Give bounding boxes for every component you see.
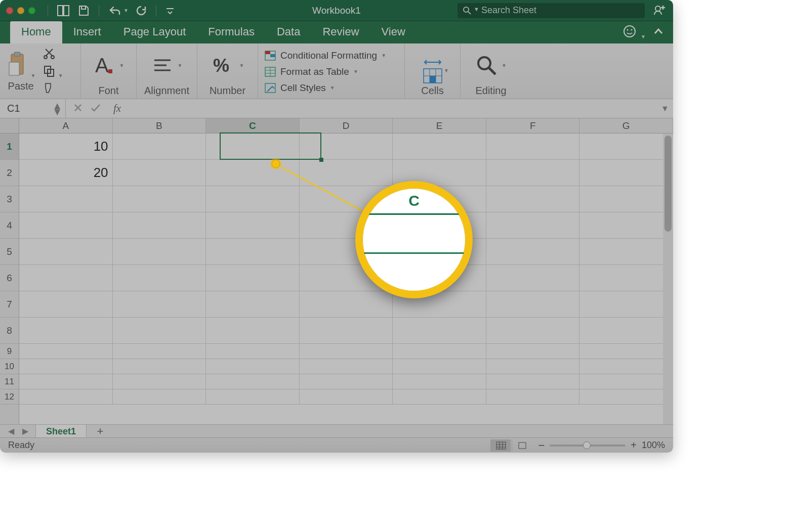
cell-G3[interactable] <box>579 186 673 212</box>
column-header-a[interactable]: A <box>19 118 113 133</box>
cell-G8[interactable] <box>579 318 673 344</box>
cell-A7[interactable] <box>19 291 113 318</box>
column-header-c[interactable]: C <box>206 118 300 133</box>
cell-B3[interactable] <box>113 186 206 212</box>
cell-F12[interactable] <box>486 389 580 405</box>
cell-C8[interactable] <box>206 318 300 344</box>
cell-G4[interactable] <box>579 212 673 239</box>
cell-F4[interactable] <box>486 212 580 239</box>
cell-F3[interactable] <box>486 186 580 212</box>
fx-label[interactable]: fx <box>108 102 126 115</box>
cell-A4[interactable] <box>19 212 113 239</box>
format-painter-icon[interactable] <box>43 81 63 97</box>
scrollbar-thumb[interactable] <box>664 136 672 232</box>
cell-B10[interactable] <box>113 359 206 374</box>
cell-E11[interactable] <box>393 374 486 389</box>
zoom-in-button[interactable]: + <box>631 439 637 451</box>
customize-qat-icon[interactable] <box>165 7 175 14</box>
minimize-icon[interactable] <box>17 7 24 14</box>
cell-B6[interactable] <box>113 265 206 291</box>
cell-grid[interactable]: 1020 <box>19 134 673 424</box>
row-header-9[interactable]: 9 <box>0 344 19 359</box>
page-layout-view-icon[interactable] <box>512 439 532 452</box>
cell-C5[interactable] <box>206 239 300 265</box>
zoom-out-button[interactable]: − <box>538 439 545 452</box>
column-header-g[interactable]: G <box>579 118 673 133</box>
cell-E8[interactable] <box>393 318 486 344</box>
cell-D12[interactable] <box>300 389 393 405</box>
tab-view[interactable]: View <box>370 21 417 43</box>
row-header-2[interactable]: 2 <box>0 160 19 186</box>
tab-home[interactable]: Home <box>10 21 62 43</box>
save-icon[interactable] <box>77 5 90 17</box>
tab-page-layout[interactable]: Page Layout <box>112 21 197 43</box>
prev-sheet-icon[interactable]: ◀ <box>4 426 18 436</box>
search-sheet-input[interactable]: ▼ Search Sheet <box>458 3 645 18</box>
font-group-label[interactable]: Font <box>87 84 130 97</box>
cell-A5[interactable] <box>19 239 113 265</box>
next-sheet-icon[interactable]: ▶ <box>18 426 32 436</box>
add-sheet-button[interactable]: + <box>92 425 109 438</box>
cell-C11[interactable] <box>206 374 300 389</box>
cell-D10[interactable] <box>300 359 393 374</box>
row-header-10[interactable]: 10 <box>0 359 19 374</box>
format-as-table-button[interactable]: Format as Table ▼ <box>264 64 398 80</box>
cell-D7[interactable] <box>300 291 393 318</box>
cell-F9[interactable] <box>486 344 580 359</box>
zoom-slider-thumb[interactable] <box>583 441 591 449</box>
column-headers[interactable]: ABCDEFG <box>19 118 673 134</box>
cell-F8[interactable] <box>486 318 580 344</box>
cell-C3[interactable] <box>206 186 300 212</box>
close-icon[interactable] <box>6 7 13 14</box>
cell-C9[interactable] <box>206 344 300 359</box>
cell-F10[interactable] <box>486 359 580 374</box>
cell-B1[interactable] <box>113 134 206 160</box>
cell-B8[interactable] <box>113 318 206 344</box>
cell-E9[interactable] <box>393 344 486 359</box>
column-header-d[interactable]: D <box>300 118 393 133</box>
select-all-corner[interactable] <box>0 118 19 134</box>
cell-C4[interactable] <box>206 212 300 239</box>
undo-icon[interactable]: ▼ <box>108 5 129 16</box>
cell-C12[interactable] <box>206 389 300 405</box>
cell-B9[interactable] <box>113 344 206 359</box>
name-box-down-icon[interactable]: ▼ <box>52 109 62 115</box>
cell-A9[interactable] <box>19 344 113 359</box>
cell-G10[interactable] <box>579 359 673 374</box>
cell-E12[interactable] <box>393 389 486 405</box>
cell-B5[interactable] <box>113 239 206 265</box>
cell-C10[interactable] <box>206 359 300 374</box>
cell-G9[interactable] <box>579 344 673 359</box>
cell-C2[interactable] <box>206 160 300 186</box>
vertical-scrollbar[interactable] <box>663 134 673 424</box>
formula-input[interactable] <box>126 99 661 118</box>
cell-G6[interactable] <box>579 265 673 291</box>
column-header-f[interactable]: F <box>486 118 580 133</box>
zoom-slider[interactable] <box>550 445 626 447</box>
cell-D11[interactable] <box>300 374 393 389</box>
row-header-6[interactable]: 6 <box>0 265 19 291</box>
enter-formula-icon[interactable] <box>90 103 101 115</box>
cell-D9[interactable] <box>300 344 393 359</box>
cell-B2[interactable] <box>113 160 206 186</box>
cell-G2[interactable] <box>579 160 673 186</box>
cell-F2[interactable] <box>486 160 580 186</box>
row-header-11[interactable]: 11 <box>0 374 19 389</box>
row-header-8[interactable]: 8 <box>0 318 19 344</box>
cell-G5[interactable] <box>579 239 673 265</box>
cell-D2[interactable] <box>300 160 393 186</box>
cell-F7[interactable] <box>486 291 580 318</box>
row-header-1[interactable]: 1 <box>0 134 19 160</box>
number-group-label[interactable]: Number <box>203 84 252 97</box>
cell-B4[interactable] <box>113 212 206 239</box>
cell-E10[interactable] <box>393 359 486 374</box>
cell-A1[interactable]: 10 <box>19 134 113 160</box>
cell-B12[interactable] <box>113 389 206 405</box>
cell-F5[interactable] <box>486 239 580 265</box>
cell-C7[interactable] <box>206 291 300 318</box>
editing-group-label[interactable]: Editing <box>467 84 515 97</box>
row-header-3[interactable]: 3 <box>0 186 19 212</box>
cell-G1[interactable] <box>579 134 673 160</box>
cell-D8[interactable] <box>300 318 393 344</box>
expand-formula-bar-icon[interactable]: ▼ <box>661 104 673 113</box>
